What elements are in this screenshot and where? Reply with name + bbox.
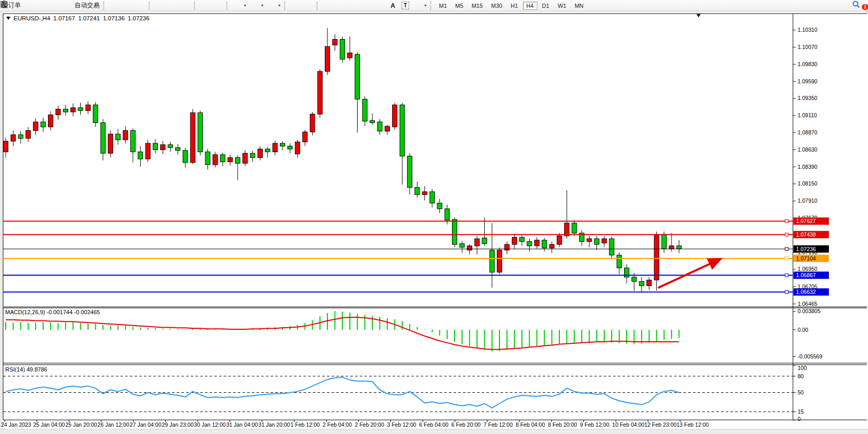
- candle-body: [11, 135, 16, 141]
- chart-shift-icon: [214, 1, 223, 10]
- line-handle[interactable]: [785, 257, 788, 260]
- auto-scroll-button[interactable]: [199, 1, 212, 11]
- text-label-button[interactable]: T: [399, 1, 411, 11]
- chart-symbol-period: EURUSD-,H4: [14, 15, 50, 21]
- price-tick-label: 1.08150: [798, 180, 817, 187]
- candle-body: [235, 157, 240, 163]
- price-tick-label: 1.09590: [798, 78, 817, 84]
- price-tick-label: 1.09830: [798, 61, 817, 67]
- candle-body: [355, 54, 360, 99]
- arrows-button[interactable]: ▾: [411, 1, 429, 11]
- text-button[interactable]: A: [386, 1, 399, 11]
- candle-body: [549, 244, 554, 248]
- line-handle[interactable]: [785, 233, 788, 236]
- candle-body: [482, 238, 487, 244]
- candle-body: [377, 122, 382, 131]
- candle-body: [71, 108, 76, 112]
- macd-tick-label: -0.005569: [798, 353, 822, 359]
- candlestick-chart-button[interactable]: [121, 1, 134, 11]
- template-button[interactable]: ▾: [265, 1, 283, 11]
- rsi-label: RSI(14) 49.8786: [5, 366, 47, 373]
- chevron-down-icon: ▾: [244, 3, 246, 8]
- auto-trading-button[interactable]: 自动交易: [62, 1, 102, 11]
- candle-body: [288, 146, 292, 149]
- candle-body: [145, 143, 150, 159]
- candle-body: [333, 40, 337, 45]
- candle-body: [639, 281, 644, 286]
- line-handle[interactable]: [785, 290, 788, 293]
- line-handle[interactable]: [785, 274, 788, 277]
- timeframe-button-D1[interactable]: D1: [539, 2, 553, 10]
- toolbar-grip: [316, 2, 320, 10]
- periods-icon: [250, 1, 259, 10]
- fibonacci-button[interactable]: F: [373, 1, 386, 11]
- candle: [145, 140, 150, 162]
- zoom-in-button[interactable]: [153, 1, 166, 11]
- chart-collapse-icon[interactable]: [6, 17, 10, 20]
- timeframe-button-M30[interactable]: M30: [487, 2, 506, 10]
- date-tick-label: 2 Feb 20:00: [355, 421, 384, 428]
- candle-body: [295, 142, 300, 154]
- candle-body: [85, 105, 90, 110]
- experts-button[interactable]: [36, 1, 49, 11]
- candle-body: [340, 40, 345, 59]
- candle-body: [617, 255, 621, 268]
- candle-body: [265, 149, 270, 152]
- date-axis[interactable]: 24 Jan 202325 Jan 04:0025 Jan 20:0026 Ja…: [1, 420, 709, 428]
- horizontal-line-button[interactable]: [334, 1, 347, 11]
- equidistant-channel-button[interactable]: E: [360, 1, 373, 11]
- candle-body: [317, 71, 322, 114]
- timeframe-button-H4[interactable]: H4: [523, 2, 537, 10]
- candle-body: [534, 240, 539, 246]
- line-handle[interactable]: [785, 247, 788, 251]
- price-tick-label: 1.07910: [798, 197, 817, 204]
- chart-shift-button[interactable]: [212, 1, 225, 11]
- candle-body: [176, 147, 180, 150]
- date-tick-label: 1 Feb 12:00: [290, 421, 320, 428]
- signals-icon: [51, 1, 60, 10]
- trendline-button[interactable]: [347, 1, 360, 11]
- candle-body: [407, 156, 412, 188]
- main-toolbar: 新订单 自动交易: [0, 0, 868, 11]
- periods-button[interactable]: ▾: [248, 1, 265, 11]
- candle-body: [228, 157, 233, 162]
- search-icon[interactable]: [852, 2, 861, 10]
- candle-body: [310, 114, 315, 132]
- line-handle[interactable]: [785, 219, 788, 222]
- vertical-line-button[interactable]: [321, 1, 334, 11]
- timeframe-button-H1[interactable]: H1: [507, 2, 521, 10]
- candle-body: [654, 234, 659, 280]
- timeframe-button-M1[interactable]: M1: [435, 2, 450, 10]
- date-tick-label: 29 Jan 23:00: [162, 421, 194, 428]
- indicators-button[interactable]: ▾: [231, 1, 248, 11]
- charts-button[interactable]: [23, 1, 36, 11]
- date-tick-label: 31 Jan 04:00: [226, 421, 258, 428]
- window-left-edge: [0, 11, 3, 434]
- chart-plot-area[interactable]: [3, 14, 793, 420]
- timeframe-button-W1[interactable]: W1: [554, 2, 570, 10]
- timeframe-button-MN[interactable]: MN: [571, 2, 587, 10]
- candle: [310, 112, 315, 135]
- zoom-out-button[interactable]: [166, 1, 179, 11]
- price-tick-label: 1.09350: [798, 95, 817, 101]
- tile-windows-button[interactable]: [179, 1, 192, 11]
- candle-body: [168, 145, 173, 147]
- bar-chart-button[interactable]: [108, 1, 121, 11]
- candle: [393, 103, 397, 130]
- candle-body: [669, 246, 674, 249]
- price-tick-label: 1.10070: [798, 44, 817, 50]
- crosshair-button[interactable]: [302, 1, 315, 11]
- timeframe-button-M15[interactable]: M15: [468, 2, 486, 10]
- chart-canvas[interactable]: 1.103101.100701.098301.095901.093501.091…: [0, 0, 868, 434]
- candle-body: [520, 237, 524, 241]
- signals-button[interactable]: [49, 1, 62, 11]
- candle-body: [572, 223, 577, 233]
- candle: [108, 130, 113, 157]
- price-tick-label: 1.06950: [798, 266, 817, 272]
- text-label-icon: T: [401, 2, 409, 9]
- cursor-button[interactable]: [289, 1, 302, 11]
- line-chart-button[interactable]: [134, 1, 147, 11]
- price-tick-label: 1.10310: [798, 27, 817, 33]
- timeframe-button-M5[interactable]: M5: [451, 2, 467, 10]
- candle-body: [370, 120, 375, 122]
